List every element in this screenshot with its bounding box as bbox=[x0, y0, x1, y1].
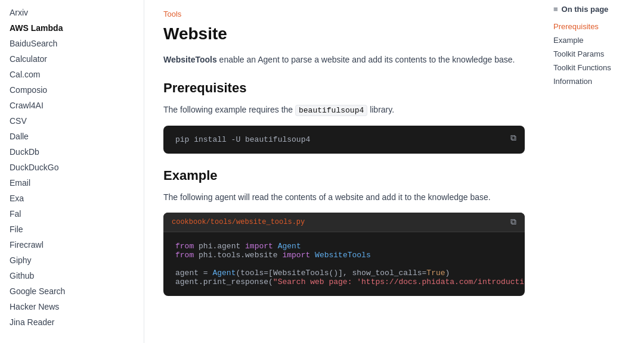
prereq-code: beautifulsoup4 bbox=[295, 105, 367, 116]
prerequisites-desc: The following example requires the beaut… bbox=[163, 103, 525, 117]
toc-item[interactable]: Prerequisites bbox=[553, 20, 634, 33]
sidebar-item[interactable]: File bbox=[0, 222, 144, 237]
sidebar-item[interactable]: DuckDuckGo bbox=[0, 160, 144, 175]
left-sidebar: ArxivAWS LambdaBaiduSearchCalculatorCal.… bbox=[0, 0, 144, 343]
example-code: from phi.agent import Agent from phi.too… bbox=[163, 232, 525, 296]
sidebar-item[interactable]: Arxiv bbox=[0, 5, 144, 20]
sidebar-item[interactable]: Composio bbox=[0, 82, 144, 98]
sidebar-item[interactable]: Dalle bbox=[0, 129, 144, 144]
intro-bold: WebsiteTools bbox=[163, 55, 217, 64]
sidebar-item[interactable]: Firecrawl bbox=[0, 237, 144, 252]
sidebar-item[interactable]: Giphy bbox=[0, 252, 144, 268]
prereq-after: library. bbox=[370, 105, 394, 114]
sidebar-item[interactable]: Hacker News bbox=[0, 299, 144, 314]
pip-command: pip install -U beautifulsoup4 bbox=[175, 135, 513, 144]
sidebar-item[interactable]: Fal bbox=[0, 206, 144, 222]
copy-named-icon[interactable]: ⧉ bbox=[510, 217, 516, 227]
main-content: Tools Website WebsiteTools enable an Age… bbox=[144, 0, 544, 343]
sidebar-item[interactable]: Crawl4AI bbox=[0, 98, 144, 113]
sidebar-item[interactable]: Calculator bbox=[0, 51, 144, 67]
example-heading: Example bbox=[163, 168, 525, 183]
sidebar-item[interactable]: Jina Reader bbox=[0, 314, 144, 330]
sidebar-item[interactable]: Github bbox=[0, 268, 144, 283]
toc-item[interactable]: Information bbox=[553, 74, 634, 88]
right-sidebar: ≡ On this page PrerequisitesExampleToolk… bbox=[544, 0, 644, 343]
toc-item[interactable]: Toolkit Params bbox=[553, 47, 634, 61]
code-filename-bar: cookbook/tools/website_tools.py ⧉ bbox=[163, 213, 525, 232]
code-filename: cookbook/tools/website_tools.py bbox=[172, 218, 305, 226]
prerequisites-heading: Prerequisites bbox=[163, 80, 525, 96]
toc-icon: ≡ bbox=[553, 5, 558, 14]
example-code-block: cookbook/tools/website_tools.py ⧉ from p… bbox=[163, 213, 525, 296]
sidebar-item[interactable]: DuckDb bbox=[0, 144, 144, 160]
sidebar-item[interactable]: AWS Lambda bbox=[0, 20, 144, 36]
toc-item[interactable]: Toolkit Functions bbox=[553, 61, 634, 74]
copy-icon[interactable]: ⧉ bbox=[510, 133, 516, 143]
sidebar-item[interactable]: Email bbox=[0, 175, 144, 191]
intro-paragraph: WebsiteTools enable an Agent to parse a … bbox=[163, 53, 525, 66]
example-desc: The following agent will read the conten… bbox=[163, 191, 525, 204]
sidebar-item[interactable]: Cal.com bbox=[0, 67, 144, 82]
prereq-before: The following example requires the bbox=[163, 105, 293, 114]
sidebar-item[interactable]: Exa bbox=[0, 191, 144, 206]
sidebar-item[interactable]: BaiduSearch bbox=[0, 36, 144, 51]
toc-title: On this page bbox=[562, 5, 609, 14]
pip-code-block: ⧉ pip install -U beautifulsoup4 bbox=[163, 126, 525, 154]
toc-item[interactable]: Example bbox=[553, 33, 634, 47]
sidebar-item[interactable]: Google Search bbox=[0, 283, 144, 299]
page-title: Website bbox=[163, 24, 525, 43]
toc-header: ≡ On this page bbox=[553, 5, 634, 14]
intro-text-after: enable an Agent to parse a website and a… bbox=[217, 55, 515, 64]
sidebar-item[interactable]: CSV bbox=[0, 113, 144, 129]
breadcrumb: Tools bbox=[163, 10, 525, 18]
